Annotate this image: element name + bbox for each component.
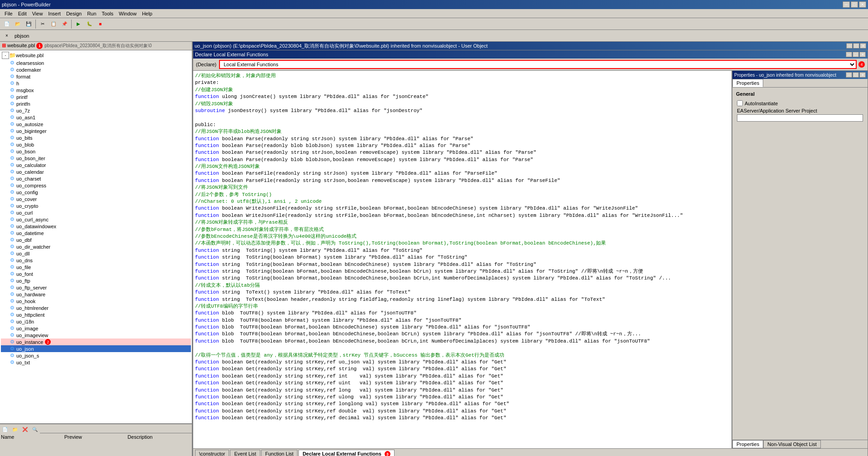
tree-item-uoftp[interactable]: ⚙ uo_ftp [1, 277, 191, 284]
tree-item-uoinstance[interactable]: ⚙ uo_instance 2 [1, 338, 191, 345]
tree-item-uohardware[interactable]: ⚙ uo_hardware [1, 291, 191, 298]
props-maximize[interactable]: □ [853, 72, 859, 78]
tree-item-uoimageview[interactable]: ⚙ uo_imageview [1, 332, 191, 338]
obj-icon-uodbf: ⚙ [10, 237, 15, 243]
tree-item-uoftpserver[interactable]: ⚙ uo_ftp_server [1, 284, 191, 291]
declare-close[interactable]: ✕ [859, 52, 866, 57]
debug-button[interactable]: 🐛 [84, 19, 94, 29]
left-btn4[interactable]: 🔍 [30, 424, 40, 434]
tab-declare-local[interactable]: Declare Local External Functions 3 [298, 450, 395, 456]
tree-container[interactable]: - 📁 websuite.pbl ⚙ clearsession ⚙ codema… [0, 50, 192, 423]
auto-instantiate-checkbox[interactable] [737, 100, 743, 106]
left-btn1[interactable]: 📄 [0, 424, 10, 434]
menu-tools[interactable]: Tools [99, 10, 116, 17]
tree-item-uobits[interactable]: ⚙ uo_bits [1, 134, 191, 141]
tree-item-uodirwatcher[interactable]: ⚙ uo_dir_watcher [1, 243, 191, 250]
tree-item-uoi18n[interactable]: ⚙ uo_i18n [1, 318, 191, 325]
tree-item-uohttpclient[interactable]: ⚙ uo_httpclient [1, 311, 191, 318]
tree-item-uocurlasync[interactable]: ⚙ uo_curl_async [1, 216, 191, 223]
tree-item-uobiginteger[interactable]: ⚙ uo_biginteger [1, 127, 191, 134]
tree-item-uotxt[interactable]: ⚙ uo_txt [1, 359, 191, 366]
tree-item-uoconfig[interactable]: ⚙ uo_config [1, 189, 191, 196]
menu-design[interactable]: Design [63, 10, 84, 17]
tree-item-uocurl[interactable]: ⚙ uo_curl [1, 209, 191, 216]
tab-function-list[interactable]: Function List [261, 450, 297, 456]
cut-button[interactable]: ✂ [38, 19, 48, 29]
inner-close[interactable]: ✕ [860, 43, 866, 49]
tree-item-uojsons[interactable]: ⚙ uo_json_s [1, 352, 191, 359]
menu-window[interactable]: Window [116, 10, 139, 17]
function-type-dropdown[interactable]: Local External Functions Global External… [219, 60, 857, 69]
close-tab-button[interactable]: × [2, 31, 12, 41]
tab-constructor[interactable]: \constructor [195, 450, 229, 456]
props-close[interactable]: ✕ [859, 72, 866, 78]
inner-maximize[interactable]: □ [853, 43, 859, 49]
label-uoi18n: uo_i18n [16, 319, 34, 324]
tree-item-uoimage[interactable]: ⚙ uo_image [1, 325, 191, 332]
tree-item-uoblob[interactable]: ⚙ uo_blob [1, 141, 191, 148]
tree-item-uobsoniter[interactable]: ⚙ uo_bson_iter [1, 155, 191, 162]
tree-item-printfn[interactable]: ⚙ printfn [1, 100, 191, 107]
left-btn3[interactable]: ❌ [20, 424, 30, 434]
tree-item-uocharset[interactable]: ⚙ uo_charset [1, 175, 191, 182]
tree-item-uo7z[interactable]: ⚙ uo_7z [1, 107, 191, 114]
tree-item-uocompress[interactable]: ⚙ uo_compress [1, 182, 191, 189]
paste-button[interactable]: 📌 [59, 19, 69, 29]
menu-run[interactable]: Run [84, 10, 99, 17]
close-button[interactable]: ✕ [859, 1, 866, 8]
tree-item-msgbox[interactable]: ⚙ msgbox [1, 87, 191, 93]
tab-nonvisual-list[interactable]: Non-Visual Object List [763, 440, 821, 448]
tab-properties[interactable]: Properties [732, 79, 763, 87]
maximize-button[interactable]: □ [851, 1, 858, 8]
minimize-button[interactable]: ─ [843, 1, 850, 8]
tree-item-uocalendar[interactable]: ⚙ uo_calendar [1, 168, 191, 175]
run-button[interactable]: ▶ [73, 19, 83, 29]
tree-item-uofont[interactable]: ⚙ uo_font [1, 270, 191, 277]
menu-edit[interactable]: Edit [15, 10, 29, 17]
tree-item-uofile[interactable]: ⚙ uo_file [1, 264, 191, 270]
tree-item-uocrypto[interactable]: ⚙ uo_crypto [1, 202, 191, 209]
tree-item-uodbf[interactable]: ⚙ uo_dbf [1, 236, 191, 243]
declare-minimize[interactable]: ─ [846, 52, 852, 57]
tree-root[interactable]: - 📁 websuite.pbl [1, 51, 191, 59]
tree-item-uojson[interactable]: ⚙ uo_json [1, 345, 191, 352]
tree-item-uoautosize[interactable]: ⚙ uo_autosize [1, 121, 191, 127]
tree-item-uohtmlrender[interactable]: ⚙ uo_htmlrender [1, 304, 191, 311]
menu-insert[interactable]: Insert [45, 10, 63, 17]
label-uoinstance: uo_instance [16, 339, 43, 345]
tree-item-format[interactable]: ⚙ format [1, 73, 191, 80]
tree-item-clearsession[interactable]: ⚙ clearsession [1, 59, 191, 66]
expand-root[interactable]: - [2, 52, 9, 59]
tab-event-list[interactable]: Event List [230, 450, 260, 456]
save-button[interactable]: 💾 [24, 19, 34, 29]
tree-item-uobson[interactable]: ⚙ uo_bson [1, 148, 191, 155]
ea-server-input[interactable] [737, 114, 863, 122]
tree-item-uodns[interactable]: ⚙ uo_dns [1, 257, 191, 264]
props-minimize[interactable]: ─ [846, 72, 852, 78]
menu-file[interactable]: File [2, 10, 15, 17]
tree-item-h[interactable]: ⚙ h [1, 80, 191, 87]
copy-button[interactable]: 📋 [49, 19, 59, 29]
declare-maximize[interactable]: □ [853, 52, 859, 57]
menu-help[interactable]: Help [139, 10, 155, 17]
tree-item-uodatawindowex[interactable]: ⚙ uo_datawindowex [1, 223, 191, 230]
tree-item-printf[interactable]: ⚙ printf [1, 93, 191, 100]
tab-properties-bottom[interactable]: Properties [732, 440, 763, 448]
tree-item-uodatetime[interactable]: ⚙ uo_datetime [1, 230, 191, 236]
tree-item-uodll[interactable]: ⚙ uo_dll [1, 250, 191, 257]
open-button[interactable]: 📂 [13, 19, 23, 29]
inner-minimize[interactable]: ─ [846, 43, 853, 49]
tree-item-codemaker[interactable]: ⚙ codemaker [1, 66, 191, 73]
tree-item-uoasn1[interactable]: ⚙ uo_asn1 [1, 114, 191, 121]
label-uojsons: uo_json_s [16, 353, 39, 358]
menu-view[interactable]: View [29, 10, 46, 17]
new-button[interactable]: 📄 [2, 19, 12, 29]
code-editor[interactable]: //初始化和销毁对象，对象内部使用 private: //创建JSON对象 fu… [193, 71, 731, 448]
stop-button[interactable]: ■ [95, 19, 105, 29]
label-uodll: uo_dll [16, 251, 29, 256]
left-btn2[interactable]: 📁 [10, 424, 20, 434]
tree-item-uohook[interactable]: ⚙ uo_hook [1, 298, 191, 304]
tree-item-uocover[interactable]: ⚙ uo_cover [1, 196, 191, 202]
tree-item-uocalculator[interactable]: ⚙ uo_calculator [1, 162, 191, 168]
label-uofile: uo_file [16, 265, 31, 270]
